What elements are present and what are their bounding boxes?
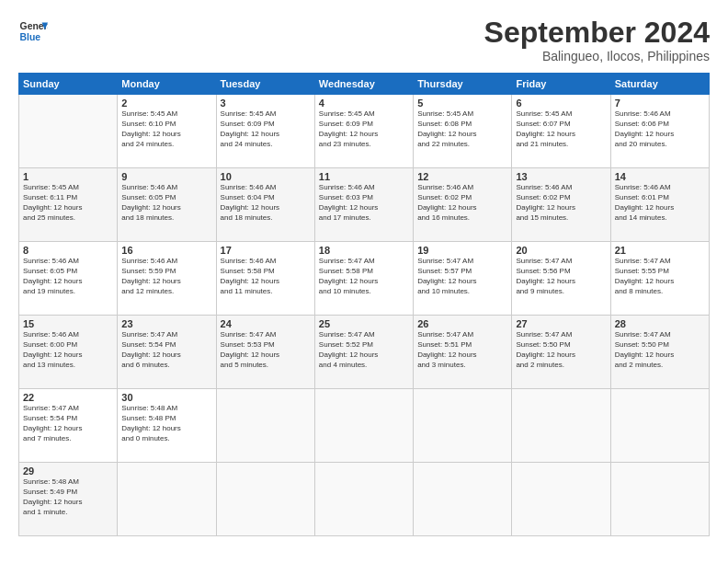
empty-cell: [118, 463, 216, 536]
day-cell: 2 Sunrise: 5:45 AMSunset: 6:10 PMDayligh…: [118, 95, 216, 168]
day-info: Sunrise: 5:47 AMSunset: 5:54 PMDaylight:…: [121, 330, 211, 370]
day-info: Sunrise: 5:47 AMSunset: 5:57 PMDaylight:…: [417, 257, 507, 296]
day-info: Sunrise: 5:47 AMSunset: 5:50 PMDaylight:…: [615, 330, 705, 370]
day-number: 2: [121, 98, 211, 109]
day-number: 26: [417, 318, 507, 329]
day-info: Sunrise: 5:47 AMSunset: 5:51 PMDaylight:…: [417, 330, 507, 370]
col-friday: Friday: [512, 74, 610, 95]
day-info: Sunrise: 5:46 AMSunset: 5:59 PMDaylight:…: [121, 257, 211, 296]
day-cell: 13 Sunrise: 5:46 AMSunset: 6:02 PMDaylig…: [512, 168, 610, 242]
day-info: Sunrise: 5:47 AMSunset: 5:55 PMDaylight:…: [615, 257, 705, 296]
day-cell: 24 Sunrise: 5:47 AMSunset: 5:53 PMDaylig…: [216, 316, 314, 389]
day-info: Sunrise: 5:48 AMSunset: 5:48 PMDaylight:…: [121, 404, 211, 443]
day-number: 7: [615, 98, 705, 109]
day-cell: 12 Sunrise: 5:46 AMSunset: 6:02 PMDaylig…: [414, 168, 512, 242]
day-info: Sunrise: 5:47 AMSunset: 5:56 PMDaylight:…: [516, 257, 606, 296]
location: Balingueo, Ilocos, Philippines: [484, 49, 710, 63]
day-cell: 22 Sunrise: 5:47 AMSunset: 5:54 PMDaylig…: [19, 389, 118, 463]
day-number: 10: [221, 171, 311, 182]
day-number: 30: [121, 392, 211, 403]
day-number: 19: [417, 245, 507, 256]
day-number: 9: [121, 171, 211, 182]
col-monday: Monday: [118, 74, 216, 95]
day-cell: 25 Sunrise: 5:47 AMSunset: 5:52 PMDaylig…: [314, 316, 413, 389]
logo-icon: General Blue: [18, 17, 48, 46]
day-info: Sunrise: 5:45 AMSunset: 6:08 PMDaylight:…: [417, 109, 507, 149]
col-saturday: Saturday: [610, 74, 709, 95]
empty-cell: [512, 463, 610, 536]
day-info: Sunrise: 5:48 AMSunset: 5:49 PMDaylight:…: [23, 477, 113, 517]
title-area: September 2024 Balingueo, Ilocos, Philip…: [484, 17, 710, 63]
empty-cell: [314, 389, 413, 463]
day-number: 8: [23, 245, 113, 256]
empty-cell: [414, 463, 512, 536]
table-row: 8 Sunrise: 5:46 AMSunset: 6:05 PMDayligh…: [19, 242, 710, 316]
day-info: Sunrise: 5:47 AMSunset: 5:53 PMDaylight:…: [221, 330, 311, 370]
empty-cell: [610, 463, 709, 536]
day-info: Sunrise: 5:45 AMSunset: 6:10 PMDaylight:…: [121, 109, 211, 149]
day-cell: 6 Sunrise: 5:45 AMSunset: 6:07 PMDayligh…: [512, 95, 610, 168]
day-number: 3: [221, 98, 311, 109]
day-info: Sunrise: 5:47 AMSunset: 5:58 PMDaylight:…: [319, 257, 409, 296]
calendar-table: Sunday Monday Tuesday Wednesday Thursday…: [18, 73, 710, 536]
day-cell: 14 Sunrise: 5:46 AMSunset: 6:01 PMDaylig…: [610, 168, 709, 242]
day-cell: 9 Sunrise: 5:46 AMSunset: 6:05 PMDayligh…: [118, 168, 216, 242]
day-number: 22: [23, 392, 113, 403]
day-info: Sunrise: 5:45 AMSunset: 6:11 PMDaylight:…: [23, 183, 113, 223]
month-title: September 2024: [484, 17, 710, 49]
day-info: Sunrise: 5:47 AMSunset: 5:52 PMDaylight:…: [319, 330, 409, 370]
day-number: 25: [319, 318, 409, 329]
day-info: Sunrise: 5:47 AMSunset: 5:50 PMDaylight:…: [516, 330, 606, 370]
day-number: 15: [23, 318, 113, 329]
empty-cell: [512, 389, 610, 463]
day-number: 4: [319, 98, 409, 109]
day-cell: 26 Sunrise: 5:47 AMSunset: 5:51 PMDaylig…: [414, 316, 512, 389]
svg-text:Blue: Blue: [20, 32, 41, 42]
day-number: 5: [417, 98, 507, 109]
day-cell: 21 Sunrise: 5:47 AMSunset: 5:55 PMDaylig…: [610, 242, 709, 316]
day-info: Sunrise: 5:45 AMSunset: 6:07 PMDaylight:…: [516, 109, 606, 149]
empty-cell: [610, 389, 709, 463]
day-cell: 1 Sunrise: 5:45 AMSunset: 6:11 PMDayligh…: [19, 168, 118, 242]
day-number: 6: [516, 98, 606, 109]
table-row: 22 Sunrise: 5:47 AMSunset: 5:54 PMDaylig…: [19, 389, 710, 463]
day-number: 18: [319, 245, 409, 256]
day-info: Sunrise: 5:47 AMSunset: 5:54 PMDaylight:…: [23, 404, 113, 443]
day-cell: 16 Sunrise: 5:46 AMSunset: 5:59 PMDaylig…: [118, 242, 216, 316]
empty-cell: [19, 95, 118, 168]
day-number: 16: [121, 245, 211, 256]
day-number: 17: [221, 245, 311, 256]
day-cell: 8 Sunrise: 5:46 AMSunset: 6:05 PMDayligh…: [19, 242, 118, 316]
day-number: 28: [615, 318, 705, 329]
day-cell: 5 Sunrise: 5:45 AMSunset: 6:08 PMDayligh…: [414, 95, 512, 168]
day-number: 12: [417, 171, 507, 182]
day-cell: 23 Sunrise: 5:47 AMSunset: 5:54 PMDaylig…: [118, 316, 216, 389]
logo: General Blue: [18, 17, 48, 46]
day-number: 24: [221, 318, 311, 329]
table-row: 29 Sunrise: 5:48 AMSunset: 5:49 PMDaylig…: [19, 463, 710, 536]
empty-cell: [414, 389, 512, 463]
day-cell: 10 Sunrise: 5:46 AMSunset: 6:04 PMDaylig…: [216, 168, 314, 242]
day-cell: 20 Sunrise: 5:47 AMSunset: 5:56 PMDaylig…: [512, 242, 610, 316]
header: General Blue September 2024 Balingueo, I…: [18, 17, 710, 63]
day-cell: 28 Sunrise: 5:47 AMSunset: 5:50 PMDaylig…: [610, 316, 709, 389]
calendar-header-row: Sunday Monday Tuesday Wednesday Thursday…: [19, 74, 710, 95]
col-thursday: Thursday: [414, 74, 512, 95]
empty-cell: [314, 463, 413, 536]
day-info: Sunrise: 5:46 AMSunset: 5:58 PMDaylight:…: [221, 257, 311, 296]
day-cell: 27 Sunrise: 5:47 AMSunset: 5:50 PMDaylig…: [512, 316, 610, 389]
day-info: Sunrise: 5:46 AMSunset: 6:06 PMDaylight:…: [615, 109, 705, 149]
day-number: 14: [615, 171, 705, 182]
col-wednesday: Wednesday: [314, 74, 413, 95]
calendar-page: General Blue September 2024 Balingueo, I…: [0, 0, 728, 563]
table-row: 2 Sunrise: 5:45 AMSunset: 6:10 PMDayligh…: [19, 95, 710, 168]
day-cell: 3 Sunrise: 5:45 AMSunset: 6:09 PMDayligh…: [216, 95, 314, 168]
day-number: 20: [516, 245, 606, 256]
day-info: Sunrise: 5:46 AMSunset: 6:00 PMDaylight:…: [23, 330, 113, 370]
day-info: Sunrise: 5:46 AMSunset: 6:03 PMDaylight:…: [319, 183, 409, 223]
day-info: Sunrise: 5:46 AMSunset: 6:02 PMDaylight:…: [516, 183, 606, 223]
day-number: 27: [516, 318, 606, 329]
day-cell: 19 Sunrise: 5:47 AMSunset: 5:57 PMDaylig…: [414, 242, 512, 316]
day-cell: 30 Sunrise: 5:48 AMSunset: 5:48 PMDaylig…: [118, 389, 216, 463]
day-number: 23: [121, 318, 211, 329]
